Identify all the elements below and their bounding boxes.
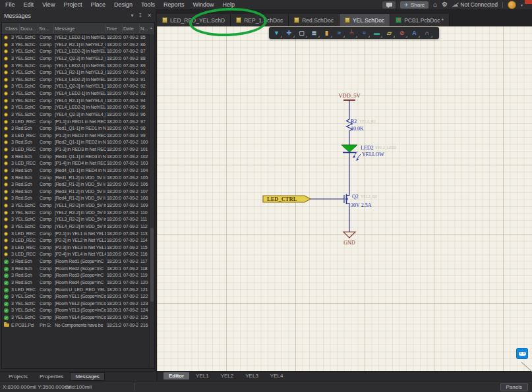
message-row[interactable]: 3 Red.Sch Comp [Red2_R1-2] in VDD_5V ii … bbox=[2, 181, 149, 188]
message-row[interactable]: 3 YEL.SchC Comp [Room YEL3 (Scope=InCo 1… bbox=[2, 307, 149, 314]
message-row[interactable]: 3 LED_REC Comp [P2-4] in YEL4 in Net YEL… bbox=[2, 251, 149, 258]
column-source[interactable]: So... bbox=[39, 26, 49, 32]
menu-place[interactable]: Place bbox=[88, 1, 111, 8]
port-led-ctrl[interactable]: LED_CTRL bbox=[263, 196, 310, 202]
move-cursor-icon[interactable]: ✛ bbox=[283, 28, 295, 38]
doc-tab-pcb1-pcbdoc[interactable]: PCB1.PcbDoc * bbox=[390, 14, 450, 26]
column-time[interactable]: Time bbox=[106, 26, 117, 32]
message-row[interactable]: 3 YEL.SchC Comp [YEL2_R2-1] in NetYEL2_L… bbox=[2, 42, 149, 49]
doc-tab-red-schdoc[interactable]: Red.SchDoc bbox=[289, 14, 340, 26]
resistor-r2[interactable]: R2 YEL2_R2 10.0K bbox=[347, 118, 376, 132]
message-row[interactable]: 3 YEL.SchC Comp [YEL3_LED2-1] in NetYEL3… bbox=[2, 63, 149, 70]
remote-session-icon[interactable] bbox=[516, 348, 528, 359]
menu-help[interactable]: Help bbox=[220, 1, 241, 8]
align-icon[interactable]: ≣ bbox=[308, 28, 320, 38]
message-row[interactable]: 3 YEL.SchC Comp [YEL3_Q2-3] in NetYEL3_L… bbox=[2, 83, 149, 90]
window-close-button[interactable] bbox=[525, 0, 532, 4]
panel-tab-properties[interactable]: Properties bbox=[34, 372, 69, 381]
messages-scrollbar[interactable] bbox=[149, 34, 154, 368]
message-row[interactable]: 3 YEL.SchC Comp [Room YEL2 (Scope=InCo 1… bbox=[2, 300, 149, 308]
place-power-port-icon[interactable]: ╧ bbox=[345, 28, 358, 38]
menu-window[interactable]: Window bbox=[190, 1, 220, 8]
menu-file[interactable]: File bbox=[3, 1, 21, 8]
message-row[interactable]: 3 Red.Sch Comp [Red4_R1-2] in VDD_5V ii … bbox=[2, 195, 149, 202]
message-row[interactable]: 3 YEL.SchC Comp [YEL2_R2-2] in VDD_5V in… bbox=[2, 210, 149, 217]
place-port-icon[interactable]: ▱ bbox=[383, 28, 396, 38]
message-row[interactable]: 3 Red.Sch Comp [Red1_R1-2] in VDD_5V ii … bbox=[2, 175, 149, 182]
panel-tab-projects[interactable]: Projects bbox=[3, 372, 33, 381]
doc-tab-yel-schdoc[interactable]: YEL.SchDoc bbox=[340, 14, 390, 26]
message-row[interactable]: 3 Red.Sch Comp [Room Red1 (Scope=InC 18:… bbox=[2, 258, 149, 266]
panel-close-icon[interactable]: ✕ bbox=[147, 13, 152, 18]
filter-icon[interactable]: ▼ bbox=[270, 28, 283, 38]
messages-column-header[interactable]: Class Docu... So... Message Time Date N.… bbox=[2, 23, 154, 35]
panels-button[interactable]: Panels bbox=[500, 383, 528, 391]
place-sheet-symbol-icon[interactable]: ▬ bbox=[370, 28, 383, 38]
message-row[interactable]: 3 Red.Sch Comp [Red4_Q1-1] in RED4 in N … bbox=[2, 167, 149, 175]
message-row[interactable]: 3 Red.Sch Comp [Red3_Q1-1] in RED3 in N … bbox=[2, 154, 149, 161]
message-row[interactable]: 3 Red.Sch Comp [Red1_Q1-1] in RED1 in N … bbox=[2, 125, 149, 132]
column-message[interactable]: Message bbox=[55, 26, 74, 32]
place-arc-icon[interactable]: ∩ bbox=[421, 28, 433, 38]
message-row[interactable]: 3 YEL.SchC Comp [Room YEL1 (Scope=InCo 1… bbox=[2, 293, 149, 300]
message-row[interactable]: 3 LED_REC Comp [P1-2] in RED2 in Net REC… bbox=[2, 132, 149, 140]
message-row[interactable]: E PCB1.Pcl Pin S: No Components have be … bbox=[2, 322, 149, 329]
message-row[interactable]: 3 YEL.SchC Comp [YEL3_R2-2] in VDD_5V in… bbox=[2, 216, 149, 223]
comment-button[interactable] bbox=[382, 1, 396, 9]
message-row[interactable]: 3 LED_REC Comp [Room U_LED_RED_YEL (S 18… bbox=[2, 287, 149, 294]
ground-symbol[interactable]: GND bbox=[343, 232, 355, 246]
panel-pin-icon[interactable]: ↧ bbox=[138, 13, 143, 18]
menu-tools[interactable]: Tools bbox=[138, 1, 161, 8]
column-class[interactable]: Class bbox=[5, 26, 18, 32]
message-row[interactable]: 3 YEL.SchC Comp [YEL3_LED2-2] in NetYEL3… bbox=[2, 76, 149, 84]
panel-dropdown-icon[interactable]: ▾ bbox=[131, 13, 134, 18]
message-row[interactable]: 3 YEL.SchC Comp [YEL2_Q2-3] in NetYEL2_L… bbox=[2, 55, 149, 63]
menu-design[interactable]: Design bbox=[111, 1, 138, 8]
message-row[interactable]: 3 YEL.SchC Comp [Room YEL4 (Scope=InCo 1… bbox=[2, 314, 149, 322]
message-row[interactable]: 3 LED_REC Comp [P1-1] in RED1 in Net REC… bbox=[2, 119, 149, 126]
place-text-icon[interactable]: A bbox=[408, 28, 421, 38]
panel-tab-messages[interactable]: Messages bbox=[70, 372, 104, 381]
scrollbar-thumb[interactable] bbox=[150, 228, 154, 302]
scroll-up-icon[interactable]: ▲ bbox=[150, 26, 153, 30]
message-row[interactable]: 3 LED_REC Comp [P2-2] in YEL2 in Net YEL… bbox=[2, 237, 149, 244]
message-row[interactable]: 3 YEL.SchC Comp [YEL4_LED2-1] in NetYEL4… bbox=[2, 90, 149, 98]
chevron-down-icon[interactable]: ▾ bbox=[521, 3, 523, 7]
doc-tab-rep-1-schdoc[interactable]: REP_1.SchDoc bbox=[231, 14, 289, 26]
share-button[interactable]: ✈Share bbox=[400, 1, 429, 9]
message-row[interactable]: 3 LED_REC Comp [P2-1] in YEL1 in Net YEL… bbox=[2, 231, 149, 238]
message-row[interactable]: 3 YEL.SchC Comp [YEL4_Q2-3] in NetYEL4_L… bbox=[2, 111, 149, 119]
message-row[interactable]: 3 Red.Sch Comp [Red2_Q1-1] in RED2 in N … bbox=[2, 139, 149, 146]
settings-gear-icon[interactable]: ⚙ bbox=[442, 0, 448, 9]
place-directive-icon[interactable]: ⊘ bbox=[396, 28, 408, 38]
message-row[interactable]: 3 YEL.SchC Comp [YEL4_LED2-2] in NetYEL4… bbox=[2, 104, 149, 111]
place-net-label-icon[interactable]: ≡ bbox=[358, 28, 370, 38]
editor-tab-yel4[interactable]: YEL4 bbox=[265, 372, 289, 379]
place-part-icon[interactable]: ▮ bbox=[320, 28, 333, 38]
place-wire-icon[interactable]: ≈ bbox=[333, 28, 345, 38]
menu-view[interactable]: View bbox=[40, 1, 61, 8]
message-row[interactable]: 3 YEL.SchC Comp [YEL4_R2-2] in VDD_5V in… bbox=[2, 223, 149, 231]
message-row[interactable]: 3 LED_REC Comp [P1-3] in RED3 in Net REC… bbox=[2, 146, 149, 154]
message-row[interactable]: 3 YEL.SchC Comp [YEL2_LED2-2] in NetYEL2… bbox=[2, 48, 149, 55]
home-icon[interactable]: ⌂ bbox=[433, 0, 437, 9]
schematic-canvas[interactable]: VDD_5V R2 YEL2_R2 10.0K bbox=[157, 26, 532, 371]
menu-project[interactable]: Project bbox=[61, 1, 88, 8]
editor-tab-yel2[interactable]: YEL2 bbox=[216, 372, 239, 379]
message-row[interactable]: 3 Red.Sch Comp [Room Red3 (Scope=InC 18:… bbox=[2, 272, 149, 279]
editor-tab-yel3[interactable]: YEL3 bbox=[240, 372, 264, 379]
message-row[interactable]: 3 Red.Sch Comp [Red3_R1-2] in VDD_5V ii … bbox=[2, 188, 149, 196]
message-row[interactable]: 3 YEL.SchC Comp [YEL1_R2-2] in VDD_5V in… bbox=[2, 202, 149, 210]
message-row[interactable]: 3 YEL.SchC Comp [YEL4_R2-1] in NetYEL4_L… bbox=[2, 98, 149, 105]
column-document[interactable]: Docu... bbox=[20, 26, 36, 32]
power-port-vdd[interactable]: VDD_5V bbox=[338, 92, 361, 100]
column-number[interactable]: N... bbox=[140, 26, 148, 32]
selection-icon[interactable]: ▢ bbox=[295, 28, 308, 38]
column-date[interactable]: Date bbox=[123, 26, 134, 32]
menu-edit[interactable]: Edit bbox=[21, 1, 40, 8]
message-row[interactable]: 3 LED_REC Comp [P1-4] in RED4 in Net REC… bbox=[2, 160, 149, 167]
message-row[interactable]: 3 Red.Sch Comp [Room Red4 (Scope=InC 18:… bbox=[2, 279, 149, 287]
message-row[interactable]: 3 LED_REC Comp [P2-3] in YEL3 in Net YEL… bbox=[2, 244, 149, 252]
editor-tab-editor[interactable]: Editor bbox=[163, 372, 189, 379]
doc-tab-led-red-yel-schdoc[interactable]: LED_RED_YEL.SchD bbox=[157, 14, 231, 26]
